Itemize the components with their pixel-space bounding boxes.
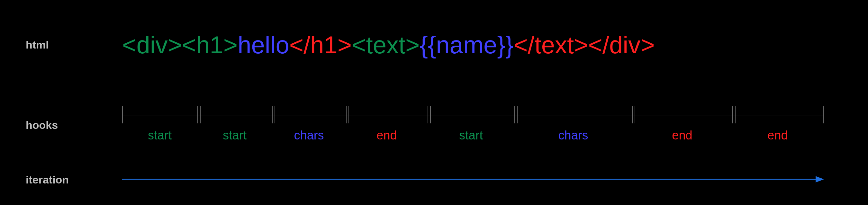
hooks-tick-2 <box>272 106 273 124</box>
html-token-2: hello <box>238 31 289 59</box>
hook-label-4: start <box>459 129 483 142</box>
hooks-tick-1 <box>197 106 198 124</box>
hook-label-0: start <box>148 129 172 142</box>
html-token-5: {{name}} <box>420 31 514 59</box>
hooks-tick-6 <box>632 106 633 124</box>
iteration-arrow <box>122 179 823 180</box>
hooks-tick-8 <box>823 106 824 124</box>
diagram-stage: html hooks iteration <div><h1>hello</h1>… <box>0 0 868 205</box>
hook-label-3: end <box>376 129 397 142</box>
html-token-4: <text> <box>352 31 420 59</box>
row-label-hooks: hooks <box>26 119 58 131</box>
html-token-1: <h1> <box>182 31 238 59</box>
hook-label-6: end <box>672 129 692 142</box>
html-token-3: </h1> <box>289 31 352 59</box>
hooks-tick-4 <box>428 106 428 124</box>
html-token-6: </text> <box>514 31 588 59</box>
hooks-axis-line <box>122 115 823 115</box>
row-label-iteration: iteration <box>26 173 69 186</box>
hooks-tick-5 <box>515 106 515 124</box>
html-token-7: </div> <box>588 31 655 59</box>
html-token-row: <div><h1>hello</h1><text>{{name}}</text>… <box>122 31 655 59</box>
row-label-html: html <box>26 39 49 51</box>
hook-label-1: start <box>223 129 247 142</box>
html-token-0: <div> <box>122 31 182 59</box>
hooks-tick-3 <box>346 106 346 124</box>
hook-label-7: end <box>767 129 787 142</box>
hook-label-2: chars <box>294 129 324 142</box>
hooks-tick-0 <box>122 106 123 124</box>
hooks-tick-7 <box>732 106 733 124</box>
hook-label-5: chars <box>558 129 588 142</box>
